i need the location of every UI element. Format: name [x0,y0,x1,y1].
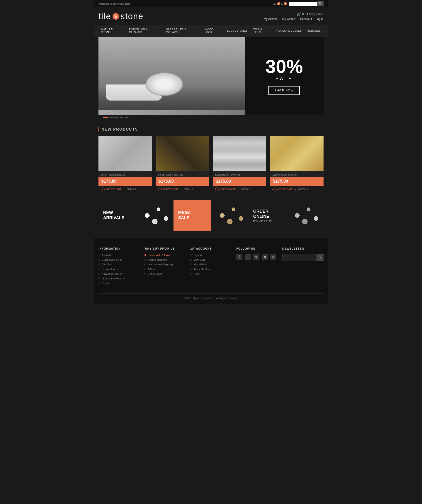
my-account-link[interactable]: My Account [264,17,278,21]
footer-copyright: © 2013 Magento Demo Store. All Rights Re… [98,294,324,300]
newsletter-submit[interactable]: › [317,254,324,261]
promo-banner-mega-sale[interactable]: MEGASALE [174,200,248,231]
social-facebook[interactable]: f [236,254,242,260]
product-name-3: Lorem ipsum dolor sit [213,171,266,177]
footer-link-secure[interactable]: Secure Shopping [145,258,186,261]
footer-link-shipping[interactable]: Shipping & Returns [145,254,186,257]
bullet-sign-in [190,254,192,256]
social-linkedin[interactable]: in [262,254,268,260]
products-section: NEW PRODUCTS Lorem ipsum dolor sit $175.… [94,120,328,200]
nav-item-porcelain[interactable]: PORCELAIN & CERAMIC [126,25,163,37]
header-nav: My Account My Wishlist Checkout Log In [264,17,324,21]
order-online-image [286,200,324,231]
nav-item-wood-look[interactable]: WOOD-LOOK [202,25,224,37]
social-icons: f t ⊕ in p [236,254,277,260]
order-online-text: ORDERONLINE (800)2345-6789 [248,200,286,231]
footer-why-buy-links: Shipping & Returns Secure Shopping Inter… [145,254,186,275]
product-image-4 [270,136,324,171]
footer-link-search-terms[interactable]: Search Terms [98,268,140,270]
cart-info[interactable]: 🛒 0 ITEM(S) $0.00 [264,12,324,16]
footer-link-intl-shipping[interactable]: International Shipping [145,263,186,266]
footer-information-links: About Us Customer Service Site Map Searc… [98,254,140,285]
footer-follow-us-title: FOLLOW US [236,247,277,250]
footer-link-track-order[interactable]: Track My Order [190,268,232,270]
social-pinterest[interactable]: p [270,254,276,260]
product-image-3 [213,136,266,171]
footer-my-account-title: MY ACCOUNT [190,247,232,250]
footer: INFORMATION About Us Customer Service Si… [94,238,328,304]
footer-link-group-sales[interactable]: Group Sales [145,272,186,275]
product-actions-1: ADD TO CART | DETAILS [98,186,152,193]
details-link-3[interactable]: DETAILS [241,188,251,191]
footer-newsletter-title: NEWSLETTER [282,247,324,250]
my-wishlist-link[interactable]: My Wishlist [282,17,296,21]
product-card-1: Lorem ipsum dolor sit $175.89 ADD TO CAR… [98,136,152,193]
bullet-sitemap [98,264,100,265]
nav-item-warm-tiles[interactable]: WARM TILES [251,25,273,37]
bullet-track [190,268,192,270]
login-link[interactable]: Log In [316,17,324,21]
footer-my-account: MY ACCOUNT Sign In View Cart My Wishlist… [190,247,232,287]
bathroom-scene [98,37,245,110]
mega-sale-text: MEGASALE [174,200,211,231]
add-to-cart-4[interactable]: ADD TO CART [272,187,293,191]
footer-link-orders[interactable]: Orders and Returns [98,277,140,280]
details-link-4[interactable]: DETAILS [298,188,308,191]
product-image-1 [98,136,152,171]
newsletter-input[interactable] [282,254,317,261]
product-name-1: Lorem ipsum dolor sit [98,171,152,177]
footer-link-advanced-search[interactable]: Advanced Search [98,272,140,275]
social-twitter[interactable]: t [245,254,251,260]
language-selector[interactable]: EN ● $ ● [273,2,287,5]
add-to-cart-3[interactable]: ADD TO CART [215,187,236,191]
cart-items: 0 ITEM(S) [302,12,315,16]
top-search-button[interactable]: 🔍 [317,1,324,6]
promo-banner-order-online[interactable]: ORDERONLINE (800)2345-6789 [248,200,324,231]
bullet-cs [98,259,100,261]
bullet-contact [98,282,100,284]
nav-item-glass-tiles[interactable]: GLASS TILES & MOSAICS [163,25,202,37]
top-search[interactable]: 🔍 [289,1,324,6]
nav-item-natural-stone[interactable]: NATURAL STONE [98,25,126,37]
footer-my-account-links: Sign In View Cart My Wishlist Track My O… [190,254,232,275]
footer-link-sitemap[interactable]: Site Map [98,263,140,266]
details-link-1[interactable]: DETAILS [127,188,136,191]
footer-follow-us: FOLLOW US f t ⊕ in p [236,247,277,287]
footer-link-help[interactable]: Help [190,272,232,275]
footer-why-buy: WHY BUY FROM US Shipping & Returns Secur… [145,247,186,287]
separator-2: | [181,188,181,191]
lang-flag: ● [277,2,280,5]
footer-link-affiliates[interactable]: Affiliates [145,268,186,270]
logo[interactable]: tile & stone [98,12,144,21]
add-to-cart-1[interactable]: ADD TO CART [101,187,121,191]
social-rss[interactable]: ⊕ [253,254,259,260]
footer-link-contact[interactable]: Contact [98,282,140,285]
footer-link-customer-service[interactable]: Customer Service [98,258,140,261]
hero-dot-2[interactable] [109,117,113,118]
details-link-2[interactable]: DETAILS [184,188,193,191]
logo-amp: & [113,13,119,20]
copyright-text: © 2013 Magento Demo Store. All Rights Re… [185,297,237,300]
promo-banner-new-arrivals[interactable]: NEWARRIVALS [98,200,174,231]
new-arrivals-text: NEWARRIVALS [98,200,136,231]
top-search-input[interactable] [289,2,317,6]
cart-icon: 🛒 [297,12,301,16]
checkout-link[interactable]: Checkout [300,17,312,21]
shop-now-button[interactable]: SHOP NOW [268,86,300,95]
footer-link-view-cart[interactable]: View Cart [190,258,232,261]
hero-dot-4[interactable] [120,117,123,118]
currency-label: $ [281,2,283,5]
hero-dot-5[interactable] [125,117,128,118]
footer-link-sign-in[interactable]: Sign In [190,254,232,257]
hero-dot-3[interactable] [115,117,118,118]
hero-dot-1[interactable] [103,117,108,118]
add-to-cart-2[interactable]: ADD TO CART [158,187,178,191]
nav-item-niches[interactable]: NICHES/RECESSES [273,26,305,35]
header: tile & stone 🛒 0 ITEM(S) $0.00 My Accoun… [94,7,328,25]
nav-item-ledgestones[interactable]: LEDGESTONES [224,26,251,35]
logo-stone: stone [121,12,144,21]
lang-label: EN [273,2,276,5]
footer-link-about[interactable]: About Us [98,254,140,257]
footer-link-wishlist[interactable]: My Wishlist [190,263,232,266]
nav-item-benches[interactable]: BENCHES [305,26,324,35]
